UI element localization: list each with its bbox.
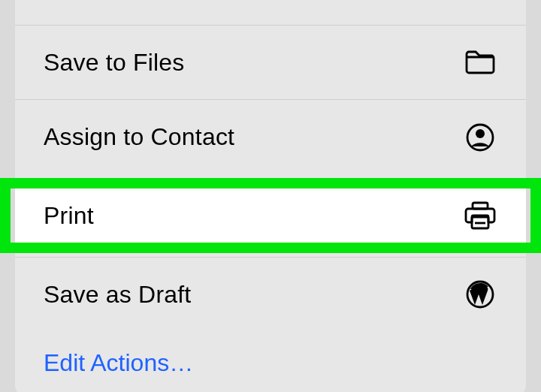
- row-fragment-top: [15, 0, 526, 26]
- folder-icon: [463, 45, 497, 80]
- share-sheet: Save to Files Assign to Contact Print: [15, 0, 526, 392]
- edit-actions-link[interactable]: Edit Actions…: [15, 331, 526, 377]
- contact-icon: [463, 120, 497, 155]
- highlighted-action: Print: [15, 178, 526, 253]
- printer-icon: [463, 198, 497, 233]
- action-label: Save to Files: [44, 49, 185, 77]
- svg-point-2: [476, 129, 485, 138]
- action-save-to-files[interactable]: Save to Files: [15, 26, 526, 100]
- action-print[interactable]: Print: [15, 178, 526, 253]
- action-save-as-draft[interactable]: Save as Draft: [15, 257, 526, 331]
- edit-actions-label: Edit Actions…: [44, 349, 193, 376]
- action-label: Assign to Contact: [44, 123, 234, 151]
- action-label: Save as Draft: [44, 281, 191, 309]
- action-assign-to-contact[interactable]: Assign to Contact: [15, 100, 526, 174]
- wordpress-icon: [463, 277, 497, 312]
- action-label: Print: [44, 202, 94, 230]
